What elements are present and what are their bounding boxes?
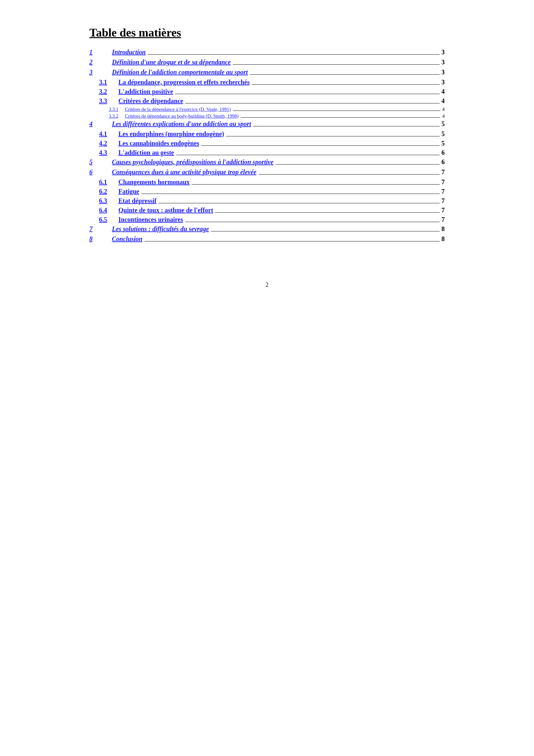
toc-dots — [191, 184, 439, 185]
toc-dots — [175, 94, 440, 94]
toc-label[interactable]: L'addiction au geste — [118, 149, 174, 156]
toc-dots — [185, 222, 440, 222]
toc-number: 2 — [89, 59, 112, 66]
toc-label[interactable]: Quinte de toux : asthme de l'effort — [118, 206, 213, 214]
toc-label[interactable]: Fatigue — [118, 188, 139, 195]
toc-page-number: 4 — [442, 88, 445, 95]
toc-item[interactable]: 3.1La dépendance, progression et effets … — [89, 79, 445, 86]
toc-dots — [158, 203, 439, 203]
toc-item[interactable]: 4.3L'addiction au geste6 — [89, 149, 445, 156]
toc-page-number: 7 — [442, 197, 445, 204]
toc-item[interactable]: 4.1Les endorphines (morphine endogène)5 — [89, 130, 445, 138]
toc-page-number: 5 — [442, 120, 445, 128]
toc-label[interactable]: La dépendance, progression et effets rec… — [118, 79, 250, 86]
toc-item[interactable]: 7Les solutions : difficultés du sevrage8 — [89, 225, 445, 233]
toc-item[interactable]: 5Causes psychologiques, prédispositions … — [89, 158, 445, 166]
toc-label[interactable]: Causes psychologiques, prédispositions à… — [112, 158, 274, 166]
toc-item[interactable]: 8Conclusion8 — [89, 235, 445, 243]
toc-number: 3.3.1 — [89, 107, 125, 112]
toc-item[interactable]: 6.2Fatigue7 — [89, 188, 445, 195]
toc-dots — [176, 155, 440, 155]
toc-dots — [233, 64, 439, 65]
toc-item[interactable]: 2Définition d'une drogue et de sa dépend… — [89, 59, 445, 66]
toc-item[interactable]: 3.3Critères de dépendance4 — [89, 97, 445, 105]
toc-page-number: 3 — [442, 48, 445, 56]
toc-dots — [241, 117, 440, 118]
toc-dots — [211, 231, 440, 231]
toc-item[interactable]: 1Introduction3 — [89, 48, 445, 56]
toc-number: 6.2 — [89, 188, 118, 195]
toc-label[interactable]: Introduction — [112, 48, 146, 56]
toc-item[interactable]: 6Conséquences dues à une activité physiq… — [89, 168, 445, 176]
toc-item[interactable]: 3.3.1Critères de la dépendance à l'exerc… — [89, 107, 445, 112]
toc-number: 4.3 — [89, 149, 118, 156]
toc-number: 1 — [89, 48, 112, 56]
toc-number: 7 — [89, 225, 112, 233]
toc-page-number: 7 — [442, 178, 445, 186]
toc-page-number: 5 — [442, 140, 445, 147]
toc-page-number: 6 — [442, 158, 445, 166]
toc-page-number: 4 — [442, 97, 445, 105]
toc-dots — [141, 194, 440, 194]
toc-dots — [215, 212, 440, 213]
toc-page-number: 7 — [442, 216, 445, 223]
toc-label[interactable]: Les solutions : difficultés du sevrage — [112, 225, 209, 233]
toc-item[interactable]: 3.2L'addiction positive4 — [89, 88, 445, 95]
toc-label[interactable]: Etat dépressif — [118, 197, 157, 204]
toc-number: 3.3 — [89, 97, 118, 105]
toc-item[interactable]: 3Définition de l'addiction comportementa… — [89, 68, 445, 76]
toc-label[interactable]: Les endorphines (morphine endogène) — [118, 130, 224, 138]
toc-dots — [226, 136, 440, 136]
toc-number: 3.1 — [89, 79, 118, 86]
table-of-contents: 1Introduction32Définition d'une drogue e… — [89, 48, 445, 243]
toc-dots — [252, 84, 440, 85]
toc-item[interactable]: 4.2Les cannabinoïdes endogènes5 — [89, 140, 445, 147]
toc-dots — [201, 146, 440, 146]
toc-page-number: 3 — [442, 59, 445, 66]
toc-dots — [233, 111, 440, 111]
toc-label[interactable]: Critères de dépendance au body-building … — [125, 114, 239, 119]
toc-page-number: 6 — [442, 149, 445, 156]
toc-number: 4.2 — [89, 140, 118, 147]
toc-label[interactable]: Les cannabinoïdes endogènes — [118, 140, 199, 147]
toc-item[interactable]: 6.1Changements hormonaux7 — [89, 178, 445, 186]
toc-page-number: 8 — [442, 225, 445, 233]
toc-label[interactable]: L'addiction positive — [118, 88, 173, 95]
toc-number: 5 — [89, 158, 112, 166]
toc-label[interactable]: Les différentes explications d'une addic… — [112, 120, 251, 128]
page-number: 2 — [266, 282, 268, 288]
page-container: Table des matières 1Introduction32Défini… — [89, 26, 445, 730]
toc-dots — [148, 54, 440, 55]
toc-page-number: 7 — [442, 168, 445, 176]
toc-page-number: 8 — [442, 235, 445, 243]
toc-number: 4.1 — [89, 130, 118, 138]
toc-label[interactable]: Conclusion — [112, 235, 142, 243]
toc-page-number: 7 — [442, 206, 445, 214]
toc-label[interactable]: Conséquences dues à une activité physiqu… — [112, 168, 257, 176]
toc-item[interactable]: 4Les différentes explications d'une addi… — [89, 120, 445, 128]
toc-page-number: 4 — [442, 107, 445, 112]
toc-label[interactable]: Critères de dépendance — [118, 97, 184, 105]
toc-item[interactable]: 6.5Incontinences urinaires7 — [89, 216, 445, 223]
toc-number: 3.2 — [89, 88, 118, 95]
toc-number: 6.3 — [89, 197, 118, 204]
toc-page-number: 4 — [442, 114, 445, 119]
toc-label[interactable]: Définition d'une drogue et de sa dépenda… — [112, 59, 231, 66]
toc-dots — [253, 126, 439, 126]
toc-number: 4 — [89, 120, 112, 128]
toc-item[interactable]: 6.3Etat dépressif7 — [89, 197, 445, 204]
toc-dots — [144, 241, 440, 241]
toc-page-number: 7 — [442, 188, 445, 195]
toc-label[interactable]: Critères de la dépendance à l'exercice (… — [125, 107, 231, 112]
toc-item[interactable]: 6.4Quinte de toux : asthme de l'effort7 — [89, 206, 445, 214]
page-footer: 2 — [89, 282, 445, 288]
toc-label[interactable]: Changements hormonaux — [118, 178, 190, 186]
toc-item[interactable]: 3.3.2Critères de dépendance au body-buil… — [89, 114, 445, 119]
toc-page-number: 3 — [442, 79, 445, 86]
toc-label[interactable]: Incontinences urinaires — [118, 216, 183, 223]
toc-page-number: 5 — [442, 130, 445, 138]
toc-label[interactable]: Définition de l'addiction comportemental… — [112, 68, 248, 76]
toc-number: 6 — [89, 168, 112, 176]
toc-dots — [258, 174, 440, 175]
page-title: Table des matières — [89, 26, 445, 40]
